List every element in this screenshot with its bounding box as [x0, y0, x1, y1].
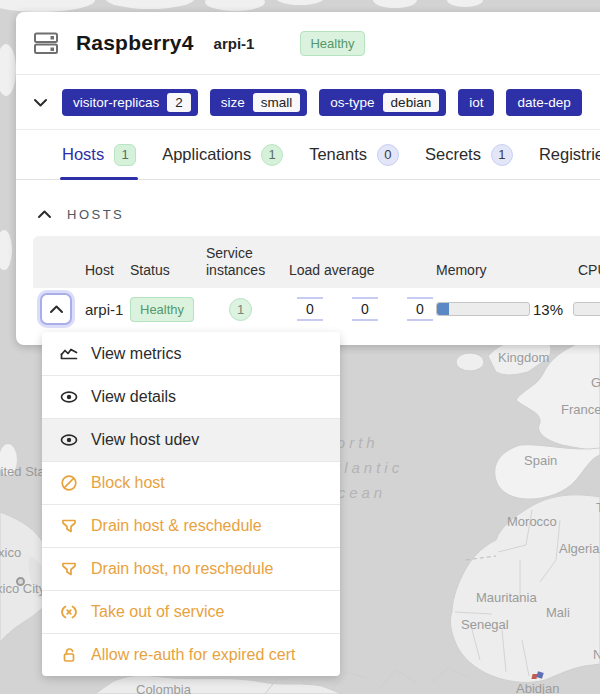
abidjan-marker-icon: [532, 672, 544, 680]
memory-bar-fill: [437, 303, 449, 315]
map-label-mali: Mali: [546, 605, 570, 620]
map-label-mexico: Mexico: [0, 545, 21, 560]
map-label-tunisia: Tunisia: [596, 500, 600, 515]
menu-item-label: View host udev: [91, 431, 199, 449]
tag-label: date-dep: [517, 95, 570, 110]
menu-item-view-metrics[interactable]: View metrics: [42, 332, 340, 375]
cell-memory: 13%: [436, 301, 578, 318]
menu-item-drain-host-reschedule[interactable]: Drain host & reschedule: [42, 504, 340, 547]
table-header: Host Status Service instances Load avera…: [33, 236, 600, 288]
eye-icon: [60, 388, 78, 406]
host-status-badge: Healthy: [130, 297, 194, 322]
drain-icon: [60, 560, 78, 578]
tag-os-type: os-type debian: [319, 89, 446, 116]
menu-item-label: Drain host & reschedule: [91, 517, 262, 535]
hosts-table: Host Status Service instances Load avera…: [33, 236, 600, 330]
tag-row: visitor-replicas 2 size small os-type de…: [16, 75, 600, 130]
cell-host: arpi-1: [85, 301, 130, 318]
menu-item-label: View details: [91, 388, 176, 406]
tag-label: visitor-replicas: [73, 95, 159, 110]
tab-label: Registries: [539, 145, 600, 164]
tag-label: iot: [469, 95, 483, 110]
map-label-abidjan: Abidjan: [516, 681, 559, 694]
tag-value: debian: [383, 93, 440, 112]
cell-load-average: 0 0 0: [289, 297, 436, 321]
tab-label: Hosts: [62, 145, 104, 164]
tab-secrets[interactable]: Secrets 1: [425, 130, 513, 179]
menu-item-view-details[interactable]: View details: [42, 375, 340, 418]
menu-item-drain-host-no-reschedule[interactable]: Drain host, no reschedule: [42, 547, 340, 590]
tabs-row: Hosts 1 Applications 1 Tenants 0 Secrets…: [16, 130, 600, 180]
load-15m-value: 0: [407, 297, 433, 321]
tag-iot: iot: [458, 89, 494, 116]
tab-label: Tenants: [309, 145, 367, 164]
menu-item-allow-reauth-expired-cert[interactable]: Allow re-auth for expired cert: [42, 633, 340, 676]
menu-item-view-host-udev[interactable]: View host udev: [42, 418, 340, 461]
menu-item-take-out-of-service[interactable]: Take out of service: [42, 590, 340, 633]
device-subtitle: arpi-1: [214, 35, 255, 52]
device-title: Raspberry4: [76, 31, 194, 55]
tab-tenants[interactable]: Tenants 0: [309, 130, 399, 179]
map-label-niger: Niger: [593, 647, 600, 662]
chart-icon: [60, 345, 78, 363]
map-label-france: France: [561, 402, 600, 417]
col-memory-header: Memory: [436, 262, 578, 279]
col-label: Service instances: [206, 245, 268, 279]
unlock-icon: [60, 646, 78, 664]
city-marker-icon: [16, 577, 25, 586]
map-label-mauritania: Mauritania: [476, 590, 537, 605]
unlink-icon: [60, 603, 78, 621]
tab-applications[interactable]: Applications 1: [162, 130, 283, 179]
col-service-instances-header: Service instances: [206, 245, 289, 279]
host-actions-menu: View metrics View details View host udev…: [42, 332, 340, 676]
tag-label: size: [221, 95, 245, 110]
load-average-values: 0 0 0: [289, 297, 436, 321]
tab-applications-count-badge: 1: [261, 144, 283, 166]
map-label-algeria: Algeria: [559, 541, 599, 556]
menu-item-label: Drain host, no reschedule: [91, 560, 273, 578]
map-label-morocco: Morocco: [507, 514, 557, 529]
cell-service-instances: 1: [206, 298, 289, 321]
hosts-section-header: HOSTS: [16, 207, 600, 222]
table-row: arpi-1 Healthy 1 0 0 0 13%: [33, 288, 600, 330]
col-status-header: Status: [130, 262, 206, 279]
tab-label: Secrets: [425, 145, 481, 164]
device-card: Raspberry4 arpi-1 Healthy visitor-replic…: [16, 12, 600, 345]
device-status-badge: Healthy: [300, 31, 364, 56]
chevron-up-icon: [49, 303, 64, 316]
map-label-colombia: Colombia: [136, 682, 191, 694]
section-title: HOSTS: [67, 207, 124, 222]
load-1m-value: 0: [297, 297, 323, 321]
menu-item-label: Allow re-auth for expired cert: [91, 646, 296, 664]
tab-hosts[interactable]: Hosts 1: [62, 130, 136, 179]
tag-value: 2: [167, 93, 191, 112]
service-instances-badge: 1: [229, 298, 252, 321]
map-label-kingdom: Kingdom: [498, 350, 549, 365]
card-header: Raspberry4 arpi-1 Healthy: [16, 12, 600, 75]
load-5m-value: 0: [352, 297, 378, 321]
server-icon: [33, 30, 59, 56]
map-label-senegal: Senegal: [461, 617, 509, 632]
cell-status: Healthy: [130, 300, 206, 318]
menu-item-label: Take out of service: [91, 603, 224, 621]
memory-bar: [436, 302, 530, 316]
col-load-average-header: Load average: [289, 262, 436, 279]
eye-icon: [60, 431, 78, 449]
cell-cpu: [578, 302, 600, 316]
ban-icon: [60, 474, 78, 492]
chevron-down-icon[interactable]: [32, 94, 49, 111]
tab-registries[interactable]: Registries: [539, 130, 600, 179]
tab-label: Applications: [162, 145, 251, 164]
col-cpu-header: CPU: [578, 262, 600, 279]
tab-tenants-count-badge: 0: [377, 144, 399, 166]
tag-visitor-replicas: visitor-replicas 2: [62, 89, 198, 116]
memory-percent-label: 13%: [533, 301, 563, 318]
menu-item-block-host[interactable]: Block host: [42, 461, 340, 504]
drain-icon: [60, 517, 78, 535]
tab-hosts-count-badge: 1: [114, 144, 136, 166]
menu-item-label: View metrics: [91, 345, 181, 363]
tab-secrets-count-badge: 1: [491, 144, 513, 166]
cell-expand: [33, 293, 85, 325]
chevron-up-icon[interactable]: [37, 208, 52, 221]
row-collapse-button[interactable]: [40, 293, 72, 325]
